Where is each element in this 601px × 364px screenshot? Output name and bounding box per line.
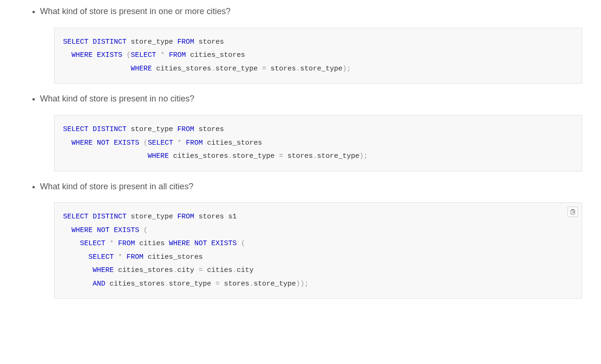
sql-keyword: NOT xyxy=(97,226,110,234)
sql-operator: . xyxy=(249,280,253,288)
sql-identifier: stores xyxy=(270,65,296,73)
sql-operator: ; xyxy=(304,280,308,288)
sql-keyword: WHERE xyxy=(131,65,152,73)
sql-keyword: EXISTS xyxy=(97,51,122,59)
sql-keyword: FROM xyxy=(186,139,203,147)
sql-operator: = xyxy=(215,280,220,288)
sql-operator: ) xyxy=(342,65,347,73)
sql-operator: . xyxy=(228,152,232,160)
sql-operator: * xyxy=(177,139,182,147)
sql-identifier: store_type xyxy=(169,280,211,288)
sql-keyword: AND xyxy=(93,280,105,288)
code-block: SELECT DISTINCT store_type FROM stores s… xyxy=(54,202,582,299)
sql-keyword: WHERE xyxy=(169,240,190,248)
sql-operator: . xyxy=(313,152,317,160)
sql-identifier: cities xyxy=(207,266,232,274)
sql-identifier: stores xyxy=(224,280,249,288)
sql-keyword: SELECT xyxy=(63,38,88,46)
sql-operator: ; xyxy=(364,152,368,160)
sql-identifier: cities_stores xyxy=(207,139,262,147)
sql-identifier: city xyxy=(237,266,253,274)
sql-operator: * xyxy=(110,240,114,248)
sql-keyword: DISTINCT xyxy=(93,38,127,46)
sql-operator: ( xyxy=(143,139,148,147)
sql-identifier: stores xyxy=(287,152,313,160)
sql-operator: = xyxy=(198,266,203,274)
sql-operator: . xyxy=(165,280,169,288)
code-block: SELECT DISTINCT store_type FROM stores W… xyxy=(54,115,582,171)
example-item: What kind of store is present in all cit… xyxy=(40,180,582,299)
sql-identifier: store_type xyxy=(300,65,342,73)
sql-identifier: cities xyxy=(139,240,165,248)
sql-operator: ( xyxy=(241,240,245,248)
example-list: What kind of store is present in one or … xyxy=(19,5,582,299)
sql-operator: ; xyxy=(347,65,351,73)
sql-operator: = xyxy=(262,65,266,73)
sql-identifier: store_type xyxy=(232,152,275,160)
example-item: What kind of store is present in one or … xyxy=(40,5,582,84)
clipboard-icon xyxy=(569,209,576,215)
sql-keyword: SELECT xyxy=(148,139,173,147)
sql-operator: ( xyxy=(143,226,148,234)
code-block: SELECT DISTINCT store_type FROM stores W… xyxy=(54,28,582,84)
sql-identifier: cities_stores xyxy=(156,65,211,73)
sql-keyword: WHERE xyxy=(71,226,93,234)
sql-operator: . xyxy=(211,65,215,73)
sql-keyword: SELECT xyxy=(80,240,105,248)
sql-operator: . xyxy=(232,266,237,274)
sql-operator: * xyxy=(118,253,122,261)
sql-keyword: NOT xyxy=(194,240,207,248)
sql-operator: ( xyxy=(127,51,131,59)
sql-keyword: SELECT xyxy=(63,125,88,133)
sql-keyword: DISTINCT xyxy=(93,125,127,133)
sql-operator: ) xyxy=(359,152,364,160)
sql-keyword: WHERE xyxy=(148,152,169,160)
sql-keyword: WHERE xyxy=(93,266,114,274)
document-content: What kind of store is present in one or … xyxy=(0,0,601,317)
sql-identifier: cities_stores xyxy=(148,253,203,261)
sql-keyword: EXISTS xyxy=(114,226,139,234)
sql-keyword: FROM xyxy=(118,240,135,248)
sql-keyword: SELECT xyxy=(131,51,156,59)
sql-operator: . xyxy=(296,65,300,73)
sql-identifier: stores xyxy=(198,38,224,46)
sql-operator: . xyxy=(173,266,177,274)
sql-identifier: store_type xyxy=(253,280,296,288)
sql-identifier: cities_stores xyxy=(190,51,245,59)
sql-identifier: cities_stores xyxy=(110,280,165,288)
sql-keyword: EXISTS xyxy=(114,139,139,147)
sql-identifier: cities_stores xyxy=(173,152,228,160)
example-item: What kind of store is present in no citi… xyxy=(40,92,582,171)
sql-identifier: city xyxy=(177,266,194,274)
sql-keyword: EXISTS xyxy=(211,240,237,248)
sql-keyword: FROM xyxy=(127,253,143,261)
sql-identifier: store_type xyxy=(131,213,173,221)
sql-keyword: FROM xyxy=(177,125,194,133)
question-text: What kind of store is present in one or … xyxy=(40,5,582,18)
sql-keyword: WHERE xyxy=(71,51,93,59)
sql-identifier: stores s1 xyxy=(198,213,237,221)
sql-keyword: FROM xyxy=(177,213,194,221)
sql-keyword: SELECT xyxy=(88,253,114,261)
sql-keyword: FROM xyxy=(169,51,186,59)
copy-button[interactable] xyxy=(568,207,578,217)
sql-identifier: stores xyxy=(198,125,224,133)
sql-keyword: SELECT xyxy=(63,213,88,221)
sql-identifier: store_type xyxy=(131,38,173,46)
sql-operator: ) xyxy=(300,280,304,288)
sql-operator: ) xyxy=(296,280,300,288)
question-text: What kind of store is present in all cit… xyxy=(40,180,582,194)
sql-identifier: store_type xyxy=(215,65,258,73)
sql-identifier: store_type xyxy=(317,152,359,160)
sql-identifier: store_type xyxy=(131,125,173,133)
sql-operator: * xyxy=(160,51,165,59)
sql-keyword: FROM xyxy=(177,38,194,46)
sql-keyword: DISTINCT xyxy=(93,213,127,221)
sql-keyword: WHERE xyxy=(71,139,93,147)
question-text: What kind of store is present in no citi… xyxy=(40,92,582,106)
sql-identifier: cities_stores xyxy=(118,266,173,274)
sql-operator: = xyxy=(279,152,283,160)
sql-keyword: NOT xyxy=(97,139,110,147)
